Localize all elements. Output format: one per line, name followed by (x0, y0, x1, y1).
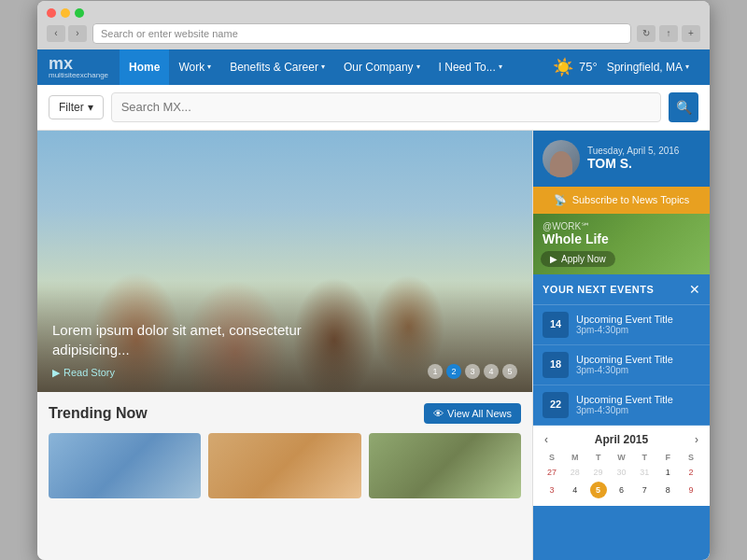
more-button[interactable]: + (682, 25, 700, 42)
cal-day-8[interactable]: 8 (659, 482, 676, 498)
cal-day-4[interactable]: 4 (567, 482, 584, 498)
browser-window: ‹ › Search or enter website name ↻ ↑ + m… (37, 1, 710, 560)
trending-card-2[interactable] (208, 433, 360, 498)
cal-day-28a[interactable]: 28 (567, 464, 584, 481)
hero-text: Lorem ipsum dolor sit amet, consectetur … (52, 320, 302, 359)
user-name: TOM S. (587, 156, 679, 171)
back-button[interactable]: ‹ (47, 25, 65, 42)
user-date: Tuesday, April 5, 2016 (587, 146, 679, 156)
view-all-button[interactable]: 👁 View All News (424, 403, 521, 424)
maximize-dot[interactable] (75, 8, 84, 18)
event-item-1[interactable]: 14 Upcoming Event Title 3pm-4:30pm (533, 305, 710, 345)
event-details-1: Upcoming Event Title 3pm-4:30pm (576, 314, 700, 335)
whole-life-banner: @WORK℠ Whole Life ▶ Apply Now (533, 214, 710, 274)
cal-header-s2: S (680, 452, 702, 463)
minimize-dot[interactable] (61, 8, 70, 18)
trending-card-1[interactable] (49, 433, 201, 498)
cal-day-6[interactable]: 6 (613, 482, 629, 498)
hero-pagination: 1 2 3 4 5 (428, 364, 517, 379)
left-content: Lorem ipsum dolor sit amet, consectetur … (37, 131, 532, 560)
forward-button[interactable]: › (68, 25, 87, 42)
nav-company[interactable]: Our Company ▾ (334, 49, 430, 85)
logo: mx multisiteexchange (49, 55, 108, 79)
logo-text: mx (49, 55, 108, 72)
trending-header: Trending Now 👁 View All News (49, 403, 521, 424)
event-item-2[interactable]: 18 Upcoming Event Title 3pm-4:30pm (533, 345, 710, 385)
event-date-box-1: 14 (543, 312, 569, 338)
weather-block: ☀️ 75° (553, 57, 598, 77)
chevron-down-icon: ▾ (499, 63, 502, 71)
cal-day-7[interactable]: 7 (636, 482, 653, 498)
calendar-header: ‹ April 2015 › (541, 433, 702, 446)
calendar-title: April 2015 (595, 433, 648, 446)
nav-home[interactable]: Home (120, 49, 169, 85)
calendar-prev-button[interactable]: ‹ (541, 433, 552, 446)
cal-header-t2: T (633, 452, 655, 463)
nav-work[interactable]: Work ▾ (169, 49, 220, 85)
window-controls (47, 8, 700, 18)
cal-day-30a[interactable]: 30 (613, 464, 629, 481)
cal-day-31a[interactable]: 31 (636, 464, 653, 481)
refresh-button[interactable]: ↻ (637, 25, 655, 42)
nav-buttons: ‹ › (47, 25, 87, 42)
trending-cards (49, 433, 521, 498)
search-button[interactable]: 🔍 (669, 92, 698, 122)
cal-day-5-today[interactable]: 5 (590, 482, 607, 498)
chevron-down-icon: ▾ (416, 63, 420, 71)
nav-ineedto[interactable]: I Need To... ▾ (430, 49, 512, 85)
nav-benefits[interactable]: Benefits & Career ▾ (220, 49, 334, 85)
close-dot[interactable] (47, 8, 56, 18)
filter-button[interactable]: Filter ▾ (49, 95, 104, 119)
sun-icon: ☀️ (553, 57, 573, 77)
browser-chrome: ‹ › Search or enter website name ↻ ↑ + (37, 1, 710, 49)
cal-day-9[interactable]: 9 (683, 482, 699, 498)
calendar-next-button[interactable]: › (691, 433, 702, 446)
events-header: YOUR NEXT EVENTS ✕ (533, 274, 710, 305)
read-story-link[interactable]: ▶ Read Story (52, 367, 115, 379)
hero-dot-3[interactable]: 3 (465, 364, 480, 379)
cal-day-29a[interactable]: 29 (590, 464, 607, 481)
cal-header-f: F (656, 452, 679, 463)
event-day-1: 14 (550, 319, 561, 329)
cal-day-1[interactable]: 1 (659, 464, 676, 481)
whole-life-title: Whole Life (543, 231, 609, 246)
cal-header-m: M (564, 452, 586, 463)
play-icon: ▶ (550, 254, 557, 264)
search-input[interactable] (121, 100, 651, 114)
address-text: Search or enter website name (101, 28, 238, 39)
logo-subtitle: multisiteexchange (49, 72, 108, 79)
cal-day-2[interactable]: 2 (683, 464, 699, 481)
event-day-3: 22 (550, 399, 561, 410)
chevron-down-icon: ▾ (685, 63, 689, 71)
event-date-box-3: 22 (543, 392, 569, 418)
cal-day-27a[interactable]: 27 (543, 464, 560, 481)
rss-icon: 📡 (554, 194, 567, 206)
trending-card-3[interactable] (369, 433, 521, 498)
search-bar: Filter ▾ 🔍 (37, 85, 710, 131)
chevron-down-icon: ▾ (88, 101, 93, 114)
trending-section: Trending Now 👁 View All News (37, 392, 532, 560)
browser-actions: ↻ ↑ + (637, 25, 700, 42)
nav-location[interactable]: Springfield, MA ▾ (598, 49, 698, 85)
temperature: 75° (579, 60, 598, 74)
hero-dot-1[interactable]: 1 (428, 364, 443, 379)
main-area: Lorem ipsum dolor sit amet, consectetur … (37, 131, 710, 560)
event-day-2: 18 (550, 359, 561, 370)
avatar (543, 140, 580, 177)
subscribe-button[interactable]: 📡 Subscribe to News Topics (533, 187, 710, 214)
hero-dot-5[interactable]: 5 (502, 364, 517, 379)
event-date-box-2: 18 (543, 352, 569, 378)
hero-dot-2[interactable]: 2 (446, 364, 461, 379)
hero-dot-4[interactable]: 4 (484, 364, 499, 379)
event-details-3: Upcoming Event Title 3pm-4:30pm (576, 394, 700, 415)
cal-day-3[interactable]: 3 (543, 482, 560, 498)
browser-toolbar: ‹ › Search or enter website name ↻ ↑ + (47, 23, 700, 44)
event-item-3[interactable]: 22 Upcoming Event Title 3pm-4:30pm (533, 385, 710, 426)
events-close-button[interactable]: ✕ (689, 282, 700, 297)
next-events-panel: YOUR NEXT EVENTS ✕ 14 Upcoming Event Tit… (533, 274, 710, 560)
address-bar[interactable]: Search or enter website name (92, 23, 631, 44)
share-button[interactable]: ↑ (659, 25, 678, 42)
mini-calendar: ‹ April 2015 › S M T W T F S (533, 426, 710, 506)
eye-icon: 👁 (433, 408, 444, 419)
apply-button[interactable]: ▶ Apply Now (541, 251, 615, 267)
